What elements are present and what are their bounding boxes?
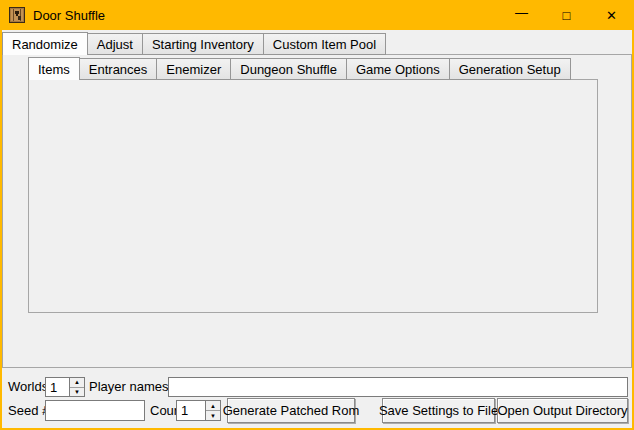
worlds-spinbox[interactable]: 1 ▲ ▼ [45,377,85,397]
items-panel [28,79,598,313]
door-icon [9,7,25,23]
open-output-directory-button[interactable]: Open Output Directory [497,398,628,423]
window-border-left [0,0,2,430]
tab-items[interactable]: Items [28,57,80,80]
count-spinbox[interactable]: 1 ▲ ▼ [176,400,221,421]
generate-patched-rom-button[interactable]: Generate Patched Rom [227,398,355,423]
seed-label: Seed # [8,401,49,421]
tab-entrances[interactable]: Entrances [79,58,158,80]
worlds-spin-up-icon[interactable]: ▲ [70,378,84,388]
tab-dungeon-shuffle[interactable]: Dungeon Shuffle [230,58,347,80]
tab-randomize[interactable]: Randomize [2,32,88,55]
save-settings-button[interactable]: Save Settings to File [382,398,495,423]
worlds-label: Worlds [8,377,48,397]
main-tabstrip: Randomize Adjust Starting Inventory Cust… [2,32,386,55]
maximize-button[interactable]: □ [544,0,589,30]
title-bar[interactable]: Door Shuffle — □ ✕ [0,0,634,30]
minimize-button[interactable]: — [499,0,544,30]
sub-tabstrip: Items Entrances Enemizer Dungeon Shuffle… [28,57,571,80]
worlds-spin-down-icon[interactable]: ▼ [70,388,84,397]
count-value[interactable]: 1 [177,401,205,420]
tab-game-options[interactable]: Game Options [346,58,450,80]
tab-starting-inventory[interactable]: Starting Inventory [142,33,264,55]
worlds-value[interactable]: 1 [46,378,69,396]
seed-input[interactable] [45,400,145,421]
tab-enemizer[interactable]: Enemizer [156,58,231,80]
player-names-input[interactable] [168,377,628,397]
close-button[interactable]: ✕ [589,0,634,30]
window-title: Door Shuffle [33,8,105,23]
tab-adjust[interactable]: Adjust [87,33,143,55]
player-names-label: Player names [89,377,168,397]
tab-custom-item-pool[interactable]: Custom Item Pool [263,33,386,55]
app-window: Door Shuffle — □ ✕ Randomize Adjust Star… [0,0,634,430]
count-spin-up-icon[interactable]: ▲ [206,401,220,411]
count-spin-down-icon[interactable]: ▼ [206,411,220,420]
tab-generation-setup[interactable]: Generation Setup [449,58,571,80]
